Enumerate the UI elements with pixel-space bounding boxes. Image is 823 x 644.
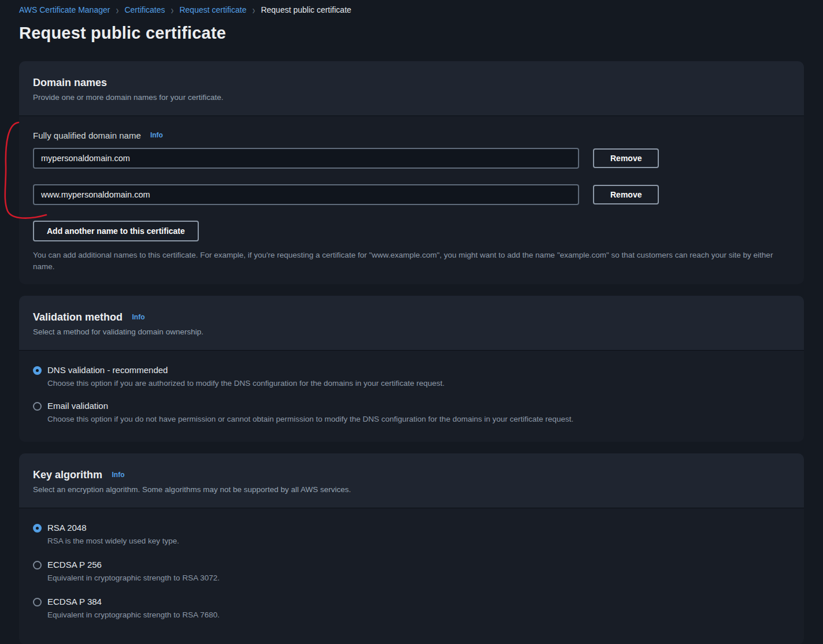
dns-validation-label: DNS validation - recommended <box>47 364 168 376</box>
add-another-name-button[interactable]: Add another name to this certificate <box>33 221 199 241</box>
breadcrumb-separator-icon: › <box>170 3 173 16</box>
domain-names-card: Domain names Provide one or more domain … <box>19 61 804 284</box>
validation-method-info-link[interactable]: Info <box>132 313 144 321</box>
validation-method-card-header: Validation method Info Select a method f… <box>19 296 804 351</box>
radio-option-dns-validation[interactable]: DNS validation - recommended Choose this… <box>33 364 790 389</box>
radio-option-email-validation[interactable]: Email validation Choose this option if y… <box>33 400 790 425</box>
email-validation-label: Email validation <box>47 400 108 412</box>
key-algorithm-card-body: RSA 2048 RSA is the most widely used key… <box>19 508 804 644</box>
breadcrumb-separator-icon: › <box>116 3 118 16</box>
breadcrumb: AWS Certificate Manager › Certificates ›… <box>19 0 804 14</box>
breadcrumb-link-request-certificate[interactable]: Request certificate <box>179 5 246 14</box>
breadcrumb-link-acm[interactable]: AWS Certificate Manager <box>19 5 110 14</box>
radio-selected-icon[interactable] <box>33 366 42 375</box>
radio-selected-icon[interactable] <box>33 524 42 533</box>
page-title: Request public certificate <box>19 24 804 43</box>
domain-name-row: Remove <box>33 148 790 169</box>
domain-names-help-text: You can add additional names to this cer… <box>33 250 789 273</box>
breadcrumb-link-certificates[interactable]: Certificates <box>124 5 165 14</box>
domain-names-card-body: Fully qualified domain name Info Remove … <box>19 116 804 284</box>
key-algorithm-info-link[interactable]: Info <box>112 471 124 479</box>
domain-names-description: Provide one or more domain names for you… <box>33 92 790 103</box>
domain-name-input[interactable] <box>33 148 579 169</box>
validation-method-title: Validation method <box>33 311 123 323</box>
breadcrumb-current-page: Request public certificate <box>261 5 351 14</box>
radio-option-ecdsa-p384[interactable]: ECDSA P 384 Equivalent in cryptographic … <box>33 596 790 620</box>
remove-domain-button[interactable]: Remove <box>593 185 659 204</box>
validation-method-card: Validation method Info Select a method f… <box>19 296 804 442</box>
radio-unselected-icon[interactable] <box>33 598 42 606</box>
domain-name-row: Remove <box>33 184 790 205</box>
radio-option-rsa-2048[interactable]: RSA 2048 RSA is the most widely used key… <box>33 522 790 546</box>
domain-names-title: Domain names <box>33 77 107 88</box>
domain-names-card-header: Domain names Provide one or more domain … <box>19 61 804 116</box>
acm-request-certificate-page: AWS Certificate Manager › Certificates ›… <box>0 0 823 644</box>
fqdn-info-link[interactable]: Info <box>150 131 163 139</box>
ecdsa-p384-description: Equivalent in cryptographic strength to … <box>47 610 790 620</box>
radio-unselected-icon[interactable] <box>33 561 42 569</box>
validation-method-description: Select a method for validating domain ow… <box>33 327 790 337</box>
breadcrumb-separator-icon: › <box>252 3 255 16</box>
rsa-2048-description: RSA is the most widely used key type. <box>47 536 790 546</box>
domain-name-input[interactable] <box>33 184 579 205</box>
validation-method-card-body: DNS validation - recommended Choose this… <box>19 351 804 442</box>
email-validation-description: Choose this option if you do not have pe… <box>47 414 790 425</box>
dns-validation-description: Choose this option if you are authorized… <box>47 378 790 389</box>
key-algorithm-title: Key algorithm <box>33 469 102 481</box>
fqdn-field-label: Fully qualified domain name <box>33 131 141 140</box>
radio-option-ecdsa-p256[interactable]: ECDSA P 256 Equivalent in cryptographic … <box>33 559 790 583</box>
ecdsa-p384-label: ECDSA P 384 <box>47 596 102 608</box>
rsa-2048-label: RSA 2048 <box>47 522 87 534</box>
key-algorithm-description: Select an encryption algorithm. Some alg… <box>33 485 790 495</box>
key-algorithm-card: Key algorithm Info Select an encryption … <box>19 453 804 644</box>
key-algorithm-card-header: Key algorithm Info Select an encryption … <box>19 453 804 508</box>
remove-domain-button[interactable]: Remove <box>593 148 659 168</box>
radio-unselected-icon[interactable] <box>33 402 42 411</box>
ecdsa-p256-label: ECDSA P 256 <box>47 559 102 571</box>
ecdsa-p256-description: Equivalent in cryptographic strength to … <box>47 573 790 583</box>
